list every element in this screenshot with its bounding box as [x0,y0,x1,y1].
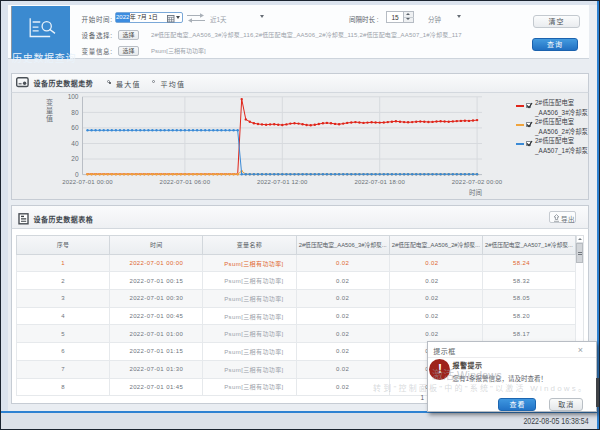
svg-text:20: 20 [71,155,79,162]
svg-text:100: 100 [68,93,79,100]
svg-text:2022-07-02 00:00: 2022-07-02 00:00 [452,179,503,185]
svg-text:2022-07-01 12:00: 2022-07-01 12:00 [257,179,308,185]
svg-text:40: 40 [71,140,79,147]
svg-text:2022-07-01 18:00: 2022-07-01 18:00 [354,179,405,185]
svg-text:60: 60 [71,124,79,131]
svg-text:80: 80 [71,109,79,116]
svg-text:2022-07-01 06:00: 2022-07-01 06:00 [160,179,211,185]
svg-text:2022-07-01 00:00: 2022-07-01 00:00 [62,179,113,185]
svg-text:0: 0 [75,171,79,178]
